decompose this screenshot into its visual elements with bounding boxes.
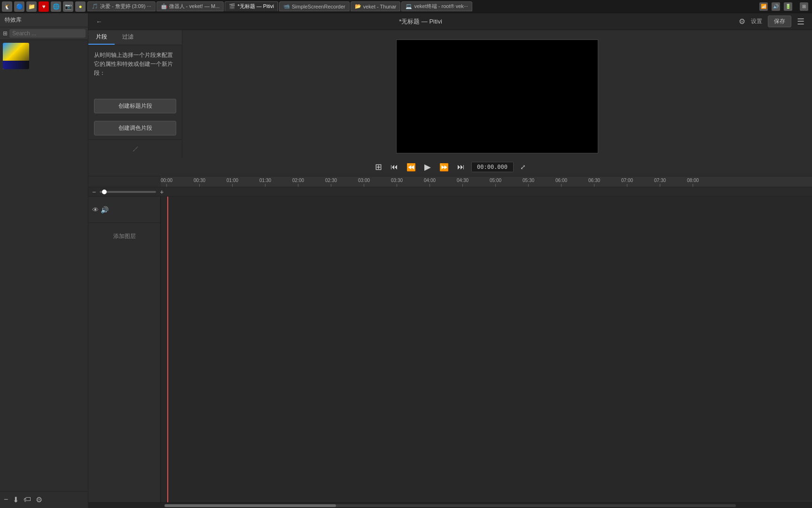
track-content [161, 197, 812, 502]
playhead[interactable] [167, 197, 168, 502]
timeline-tracks-area: 👁 🔊 添加图层 [88, 197, 812, 502]
clip-properties-panel: 片段 过滤 从时间轴上选择一个片段来配置它的属性和特效或创建一个新片段： 创建标… [88, 30, 182, 158]
timeline-scrollbar [88, 502, 812, 508]
effects-library-title: 特效库 [0, 13, 88, 27]
import-icon[interactable]: ⬇ [12, 494, 20, 505]
track-volume-icon[interactable]: 🔊 [101, 206, 109, 214]
clip-tabs: 片段 过滤 [88, 30, 182, 45]
ruler-mark: 05:30 [523, 178, 534, 187]
track-eye-icon[interactable]: 👁 [92, 206, 99, 214]
transport-controls: ⊞ ⏮ ⏪ ▶ ⏩ ⏭ 00:00.000 ⤢ [88, 158, 812, 176]
preview-area [182, 30, 812, 158]
zoom-bar: − + [88, 187, 812, 197]
taskbar-icon-4[interactable]: ♥ [39, 1, 49, 12]
ruler-mark: 07:00 [621, 178, 633, 187]
track-headers: 👁 🔊 添加图层 [88, 197, 161, 502]
timecode-display: 00:00.000 [471, 162, 514, 172]
track-controls-0: 👁 🔊 [92, 206, 109, 214]
track-header-0: 👁 🔊 [88, 197, 160, 223]
fullscreen-button[interactable]: ⤢ [518, 162, 528, 172]
play-button[interactable]: ▶ [422, 161, 433, 173]
left-panel-bottom-toolbar: − ⬇ 🏷 ⚙ [0, 491, 88, 508]
timeline-ruler: 00:00 00:30 01:00 01:30 02:00 02:30 03:0… [88, 176, 812, 187]
ruler-mark: 03:30 [391, 178, 403, 187]
search-input[interactable] [9, 29, 86, 38]
grid-view-transport-icon[interactable]: ⊞ [373, 161, 384, 173]
settings-label[interactable]: 设置 [751, 17, 762, 25]
create-title-clip-button[interactable]: 创建标题片段 [94, 99, 176, 113]
tag-icon[interactable]: 🏷 [23, 494, 32, 505]
taskbar-tab-4[interactable]: 📂 veket - Thunar [351, 1, 401, 11]
ruler-mark: 00:30 [194, 178, 205, 187]
content-row: 片段 过滤 从时间轴上选择一个片段来配置它的属性和特效或创建一个新片段： 创建标… [88, 30, 812, 158]
ruler-mark: 01:00 [226, 178, 238, 187]
fast-forward-button[interactable]: ⏩ [437, 162, 451, 173]
zoom-handle[interactable] [102, 190, 107, 194]
settings-icon[interactable]: ⚙ [739, 17, 745, 26]
ruler-mark: 03:00 [358, 178, 370, 187]
ruler-mark: 01:30 [259, 178, 271, 187]
tab-filter[interactable]: 过滤 [115, 30, 141, 45]
skip-to-start-button[interactable]: ⏮ [389, 162, 400, 172]
ruler-mark: 05:00 [490, 178, 501, 187]
ruler-mark: 04:30 [457, 178, 468, 187]
ruler-mark: 04:00 [424, 178, 436, 187]
ruler-mark: 06:00 [555, 178, 567, 187]
clip-instruction-text: 从时间轴上选择一个片段来配置它的属性和特效或创建一个新片段： [88, 45, 182, 95]
zoom-in-icon[interactable]: + [160, 188, 164, 196]
media-grid [0, 40, 88, 491]
taskbar-tab-5[interactable]: 💻 veket终端 - root® vek··· [401, 1, 472, 11]
right-area: ← *无标题 — Pitivi ⚙ 设置 保存 ☰ 片段 过滤 从时间轴上选择一… [88, 13, 812, 508]
diagonal-arrow-icon: ⟋ [131, 143, 140, 154]
taskbar-icon-7[interactable]: ● [75, 1, 86, 12]
nav-back-icon[interactable]: ← [96, 18, 102, 25]
ruler-mark: 08:00 [687, 178, 699, 187]
timeline-scrollbar-track[interactable] [164, 504, 736, 507]
skip-to-end-button[interactable]: ⏭ [455, 162, 467, 172]
taskbar-icon-3[interactable]: 📁 [26, 1, 37, 12]
main-layout: 特效库 ⊞ ✕ − ⬇ 🏷 ⚙ ← *无标题 — Pitivi ⚙ 设置 保存 … [0, 13, 812, 508]
zoom-slider[interactable] [100, 191, 156, 193]
taskbar-tab-0[interactable]: 🎵 决爱 - 詹雯婷 (3:09) ··· [87, 1, 156, 11]
header-actions: ⚙ 设置 保存 ☰ [739, 16, 804, 27]
taskbar-icon-2[interactable]: 🔵 [14, 1, 24, 12]
timeline-scrollbar-thumb[interactable] [164, 504, 336, 507]
clip-panel-bottom: ⟋ [88, 139, 182, 158]
taskbar-tab-1[interactable]: 🤖 微器人 - veket! — M... [156, 1, 224, 11]
taskbar-tab-2[interactable]: 🎬 *无标题 — Pitivi [225, 1, 278, 11]
ruler-mark: 06:30 [588, 178, 600, 187]
effects-library-panel: 特效库 ⊞ ✕ − ⬇ 🏷 ⚙ [0, 13, 88, 508]
menu-icon[interactable]: ☰ [797, 16, 804, 27]
save-button[interactable]: 保存 [768, 16, 791, 27]
ruler-mark: 07:30 [654, 178, 666, 187]
taskbar-volume-icon[interactable]: 🔊 [772, 2, 780, 11]
rewind-button[interactable]: ⏪ [405, 162, 418, 173]
search-bar: ⊞ ✕ [0, 27, 88, 40]
more-icon[interactable]: ⚙ [35, 494, 43, 505]
taskbar-icon-6[interactable]: 📷 [63, 1, 73, 12]
taskbar-battery-icon[interactable]: 🔋 [784, 2, 792, 11]
zoom-out-icon[interactable]: − [92, 188, 96, 196]
taskbar-tab-3[interactable]: 📹 SimpleScreenRecorder [279, 1, 350, 11]
timeline-ruler-content: 00:00 00:30 01:00 01:30 02:00 02:30 03:0… [161, 176, 812, 187]
add-layer-button[interactable]: 添加图层 [88, 223, 160, 250]
media-thumbnail-0[interactable] [3, 43, 29, 69]
remove-icon[interactable]: − [3, 494, 9, 505]
window-title: *无标题 — Pitivi [399, 17, 442, 26]
taskbar-icon-5[interactable]: 🌐 [51, 1, 61, 12]
grid-view-icon[interactable]: ⊞ [3, 30, 8, 37]
taskbar-right: 📶 🔊 🔋 ⊞ [759, 2, 810, 11]
video-preview [396, 40, 598, 153]
ruler-mark: 00:00 [161, 178, 172, 187]
taskbar-tabs: 🎵 决爱 - 詹雯婷 (3:09) ··· 🤖 微器人 - veket! — M… [87, 1, 757, 11]
ruler-mark: 02:00 [292, 178, 304, 187]
taskbar-network-icon[interactable]: 📶 [759, 2, 768, 11]
create-color-clip-button[interactable]: 创建调色片段 [94, 121, 176, 135]
taskbar: 🐧 🔵 📁 ♥ 🌐 📷 ● 🎵 决爱 - 詹雯婷 (3:09) ··· 🤖 微器… [0, 0, 812, 13]
ruler-mark: 02:30 [325, 178, 337, 187]
tab-clip[interactable]: 片段 [88, 30, 115, 45]
taskbar-window-icon[interactable]: ⊞ [800, 2, 808, 11]
taskbar-icon-1[interactable]: 🐧 [2, 1, 12, 12]
header-bar: ← *无标题 — Pitivi ⚙ 设置 保存 ☰ [88, 13, 812, 30]
